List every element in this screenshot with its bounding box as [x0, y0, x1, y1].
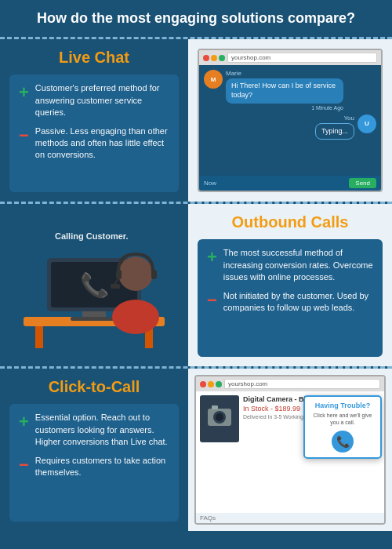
user-avatar: U — [358, 115, 376, 133]
faqs-label: FAQs — [200, 514, 216, 522]
svg-point-16 — [216, 413, 223, 421]
clicktocall-row: Click-to-Call + Essential option. Reach … — [0, 366, 392, 531]
clicktocall-info-box: + Essential option. Reach out to custome… — [9, 404, 179, 522]
chat-body: M Marie Hi There! How can I be of servic… — [199, 65, 381, 176]
clicktocall-title: Click-to-Call — [9, 378, 179, 396]
svg-point-9 — [112, 300, 159, 334]
ecom-url-bar[interactable]: yourshop.com — [224, 379, 380, 389]
agent-time: 1 Minute Ago — [226, 105, 343, 111]
agent-name: Marie — [226, 70, 343, 77]
user-bubble: Typing... — [315, 123, 354, 140]
dot-yellow — [211, 55, 217, 61]
livechat-pro-text: Customer's preferred method for answerin… — [35, 82, 169, 118]
user-name: You — [315, 115, 354, 122]
clicktocall-con-item: − Requires customers to take action them… — [19, 455, 169, 479]
product-image — [200, 395, 239, 442]
popup-text: Click here and we'll give you a call. — [310, 412, 376, 426]
outbound-row: 📞 Calling Customer. Outbound Calls + The… — [0, 202, 392, 366]
clicktocall-minus-icon: − — [19, 456, 29, 474]
livechat-con-item: − Passive. Less engaging than other meth… — [19, 125, 169, 162]
chat-footer: Now Send — [199, 176, 381, 191]
having-trouble-popup[interactable]: Having Trouble? Click here and we'll giv… — [303, 395, 382, 458]
ecom-window: yourshop.com Digital Camera - Black In S… — [194, 375, 386, 525]
outbound-pro-text: The most successful method of increasing… — [223, 247, 373, 283]
header-title: How do the most engaging solutions compa… — [37, 10, 355, 26]
clicktocall-right-panel: yourshop.com Digital Camera - Black In S… — [188, 369, 392, 531]
chat-user-message: You Typing... U — [204, 115, 376, 140]
dot-green — [219, 55, 225, 61]
toolbar-dots — [203, 55, 225, 61]
outbound-title: Outbound Calls — [198, 213, 383, 231]
faqs-bar: FAQs — [196, 513, 384, 523]
ecom-toolbar-dots — [200, 381, 222, 387]
camera-icon — [204, 399, 235, 438]
chat-url-bar[interactable]: yourshop.com — [227, 53, 377, 63]
ecom-toolbar: yourshop.com — [196, 376, 384, 391]
agent-bubble: Hi There! How can I be of service today? — [226, 78, 343, 103]
phone-icon-symbol: 📞 — [336, 435, 350, 448]
outbound-con-item: − Not initiated by the customer. Used by… — [207, 290, 373, 314]
clicktocall-left-panel: Click-to-Call + Essential option. Reach … — [0, 369, 188, 531]
chat-agent-message: M Marie Hi There! How can I be of servic… — [204, 70, 376, 110]
agent-bubble-wrapper: Marie Hi There! How can I be of service … — [226, 70, 343, 110]
ecom-dot-green — [216, 381, 222, 387]
clicktocall-plus-icon: + — [19, 413, 29, 431]
outbound-con-text: Not initiated by the customer. Used by c… — [223, 290, 373, 314]
send-button[interactable]: Send — [349, 178, 376, 188]
dot-red — [203, 55, 209, 61]
outbound-right-panel: Outbound Calls + The most successful met… — [188, 204, 392, 366]
livechat-info-box: + Customer's preferred method for answer… — [9, 75, 179, 192]
svg-rect-11 — [151, 270, 157, 279]
svg-rect-4 — [71, 317, 118, 321]
livechat-row: Live Chat + Customer's preferred method … — [0, 37, 392, 202]
popup-phone-icon[interactable]: 📞 — [332, 431, 354, 453]
svg-text:📞: 📞 — [80, 271, 110, 300]
livechat-title: Live Chat — [9, 49, 179, 67]
page-header: How do the most engaging solutions compa… — [0, 0, 392, 37]
user-bubble-wrapper: You Typing... — [315, 115, 354, 140]
outbound-minus-icon: − — [207, 292, 217, 309]
plus-icon: + — [19, 84, 29, 101]
popup-title: Having Trouble? — [310, 402, 376, 409]
chat-toolbar: yourshop.com — [199, 50, 381, 65]
outbound-pro-item: + The most successful method of increasi… — [207, 247, 373, 283]
calling-label-text: Calling Customer. — [55, 231, 129, 241]
agent-avatar: M — [204, 70, 223, 89]
ecom-body: Digital Camera - Black In Stock - $189.9… — [196, 391, 384, 513]
svg-rect-1 — [35, 326, 43, 348]
livechat-con-text: Passive. Less engaging than other method… — [35, 125, 169, 162]
outbound-illustration-panel: 📞 Calling Customer. — [0, 204, 188, 366]
chat-now-label: Now — [204, 180, 216, 187]
clicktocall-pro-text: Essential option. Reach out to customers… — [35, 412, 169, 448]
outbound-plus-icon: + — [207, 249, 217, 266]
ecom-dot-yellow — [208, 381, 214, 387]
livechat-right-panel: yourshop.com M Marie Hi There! How can I… — [188, 39, 392, 202]
minus-icon: − — [19, 127, 29, 144]
svg-point-8 — [118, 256, 153, 291]
clicktocall-pro-item: + Essential option. Reach out to custome… — [19, 412, 169, 448]
chat-window: yourshop.com M Marie Hi There! How can I… — [198, 49, 383, 192]
clicktocall-con-text: Requires customers to take action themse… — [35, 455, 169, 479]
ecom-dot-red — [200, 381, 206, 387]
svg-rect-13 — [111, 284, 120, 289]
svg-rect-17 — [212, 405, 218, 409]
outbound-info-box: + The most successful method of increasi… — [198, 239, 383, 357]
livechat-left-panel: Live Chat + Customer's preferred method … — [0, 39, 188, 202]
livechat-pro-item: + Customer's preferred method for answer… — [19, 82, 169, 118]
